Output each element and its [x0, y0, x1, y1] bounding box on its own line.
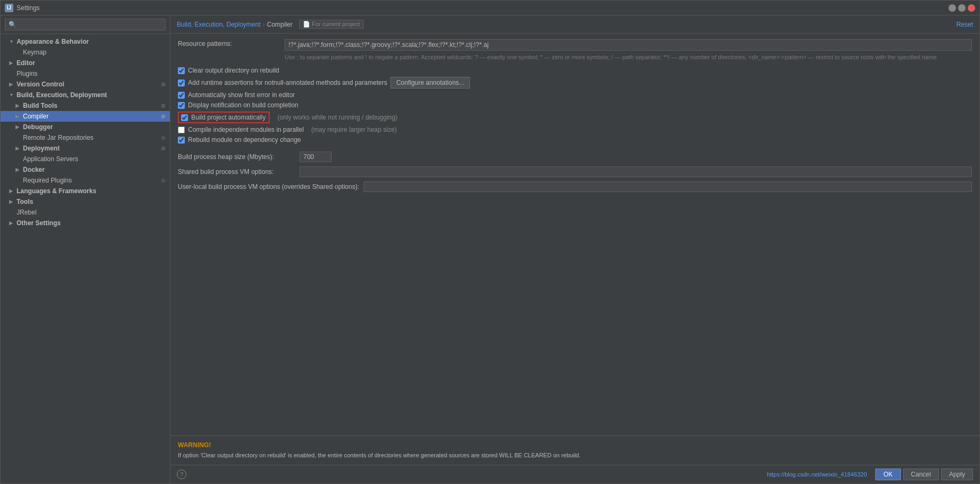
breadcrumb-separator: › — [263, 21, 265, 28]
project-tag: 📄 For current project — [299, 20, 364, 29]
rebuild-on-dependency-row: Rebuild module on dependency change — [178, 136, 972, 144]
build-automatically-row: Build project automatically (only works … — [178, 112, 972, 123]
help-button[interactable]: ? — [177, 470, 186, 479]
main-content: Appearance & Behavior Keymap Editor Plug… — [1, 15, 979, 483]
arrow-icon — [9, 60, 14, 66]
compile-parallel-label[interactable]: Compile independent modules in parallel — [188, 126, 304, 133]
arrow-icon — [9, 92, 14, 98]
breadcrumb: Build, Execution, Deployment › Compiler … — [177, 20, 364, 29]
resource-hint-row: Use ; to separate patterns and ! to nega… — [178, 52, 972, 61]
sidebar-item-version-control[interactable]: Version Control ⚙ — [1, 79, 170, 90]
sidebar-item-build-execution-deployment[interactable]: Build, Execution, Deployment — [1, 90, 170, 100]
project-tag-label: For current project — [312, 21, 360, 27]
warning-section: WARNING! If option 'Clear output directo… — [170, 435, 979, 465]
gear-icon: ⚙ — [161, 82, 166, 88]
sidebar-item-appearance-behavior[interactable]: Appearance & Behavior — [1, 36, 170, 47]
sidebar: Appearance & Behavior Keymap Editor Plug… — [1, 15, 170, 483]
display-notification-label[interactable]: Display notification on build completion — [188, 101, 299, 109]
sidebar-item-label: Editor — [17, 59, 35, 67]
resource-patterns-label: Resource patterns: — [178, 39, 285, 47]
sidebar-item-compiler[interactable]: Compiler ⚙ — [1, 111, 170, 122]
sidebar-item-jrebel[interactable]: JRebel — [1, 207, 170, 218]
ok-button[interactable]: OK — [875, 469, 900, 480]
display-notification-checkbox[interactable] — [178, 102, 185, 109]
user-vm-input[interactable] — [364, 181, 973, 192]
window-controls — [948, 4, 975, 12]
resource-hint: Use ; to separate patterns and ! to nega… — [285, 53, 972, 61]
add-runtime-assertions-row: Add runtime assertions for notnull-annot… — [178, 77, 972, 89]
arrow-icon — [9, 199, 14, 204]
gear-icon: ⚙ — [161, 146, 166, 152]
sidebar-item-label: Remote Jar Repositories — [23, 134, 93, 141]
resource-patterns-input[interactable] — [285, 39, 972, 51]
add-runtime-assertions-checkbox[interactable] — [178, 80, 185, 86]
settings-window: IJ Settings Appearance & Behavior — [0, 0, 980, 484]
sidebar-item-label: Version Control — [17, 81, 64, 88]
minimize-button[interactable] — [948, 4, 956, 12]
resource-patterns-value — [285, 39, 972, 51]
sidebar-item-required-plugins[interactable]: Required Plugins ⚙ — [1, 175, 170, 186]
sidebar-item-languages-frameworks[interactable]: Languages & Frameworks — [1, 186, 170, 196]
sidebar-item-other-settings[interactable]: Other Settings — [1, 218, 170, 228]
cancel-button[interactable]: Cancel — [903, 469, 939, 480]
apply-button[interactable]: Apply — [941, 469, 973, 480]
heap-size-input[interactable] — [300, 152, 332, 162]
bottom-bar: ? https://blog.csdn.net/weixin_41846320 … — [170, 465, 979, 483]
sidebar-item-plugins[interactable]: Plugins — [1, 68, 170, 79]
project-tag-icon: 📄 — [303, 21, 310, 27]
add-runtime-assertions-label[interactable]: Add runtime assertions for notnull-annot… — [188, 79, 387, 86]
breadcrumb-link[interactable]: Build, Execution, Deployment — [177, 21, 261, 28]
arrow-icon — [15, 114, 21, 119]
arrow-icon — [9, 39, 14, 44]
sidebar-item-tools[interactable]: Tools — [1, 196, 170, 207]
shared-vm-label: Shared build process VM options: — [178, 168, 295, 176]
sidebar-item-deployment[interactable]: Deployment ⚙ — [1, 143, 170, 154]
sidebar-item-label: Docker — [23, 166, 45, 173]
build-automatically-label[interactable]: Build project automatically — [191, 114, 265, 121]
sidebar-item-label: Build, Execution, Deployment — [17, 91, 107, 99]
build-automatically-highlight: Build project automatically — [178, 112, 270, 123]
display-notification-row: Display notification on build completion — [178, 101, 972, 109]
sidebar-item-docker[interactable]: Docker — [1, 164, 170, 175]
sidebar-item-label: Other Settings — [17, 219, 61, 227]
arrow-icon — [9, 82, 14, 87]
sidebar-item-label: Application Servers — [23, 155, 78, 163]
sidebar-item-application-servers[interactable]: Application Servers — [1, 154, 170, 164]
url-link[interactable]: https://blog.csdn.net/weixin_41846320 — [767, 471, 867, 478]
sidebar-item-remote-jar-repositories[interactable]: Remote Jar Repositories ⚙ — [1, 132, 170, 143]
search-input[interactable] — [5, 19, 166, 30]
sidebar-item-build-tools[interactable]: Build Tools ⚙ — [1, 100, 170, 111]
rebuild-on-dependency-checkbox[interactable] — [178, 137, 185, 144]
nav-tree: Appearance & Behavior Keymap Editor Plug… — [1, 34, 170, 483]
right-panel: Build, Execution, Deployment › Compiler … — [170, 15, 979, 483]
auto-show-first-error-checkbox[interactable] — [178, 92, 185, 99]
warning-text: If option 'Clear output directory on reb… — [178, 451, 972, 460]
clear-output-label[interactable]: Clear output directory on rebuild — [188, 67, 279, 74]
gear-icon: ⚙ — [161, 135, 166, 141]
sidebar-item-label: Deployment — [23, 145, 60, 152]
sidebar-item-label: Languages & Frameworks — [17, 187, 96, 195]
auto-show-first-error-label[interactable]: Automatically show first error in editor — [188, 91, 295, 99]
sidebar-item-keymap[interactable]: Keymap — [1, 47, 170, 58]
maximize-button[interactable] — [958, 4, 966, 12]
close-button[interactable] — [968, 4, 975, 12]
configure-annotations-button[interactable]: Configure annotations... — [390, 77, 470, 89]
gear-icon: ⚙ — [161, 114, 166, 120]
shared-vm-row: Shared build process VM options: — [178, 166, 972, 177]
resource-patterns-row: Resource patterns: — [178, 39, 972, 51]
sidebar-item-label: Tools — [17, 198, 33, 205]
compile-parallel-checkbox[interactable] — [178, 126, 185, 133]
build-automatically-checkbox[interactable] — [181, 114, 188, 121]
reset-button[interactable]: Reset — [957, 21, 973, 28]
rebuild-on-dependency-label[interactable]: Rebuild module on dependency change — [188, 136, 301, 144]
bottom-left: ? — [177, 470, 186, 479]
shared-vm-input[interactable] — [300, 166, 972, 177]
window-title: Settings — [17, 4, 948, 12]
auto-show-first-error-row: Automatically show first error in editor — [178, 91, 972, 99]
clear-output-checkbox[interactable] — [178, 67, 185, 74]
sidebar-item-editor[interactable]: Editor — [1, 58, 170, 68]
sidebar-item-debugger[interactable]: Debugger — [1, 122, 170, 132]
sidebar-item-label: Build Tools — [23, 102, 57, 109]
sidebar-item-label: Compiler — [23, 113, 49, 120]
arrow-icon — [15, 146, 21, 151]
